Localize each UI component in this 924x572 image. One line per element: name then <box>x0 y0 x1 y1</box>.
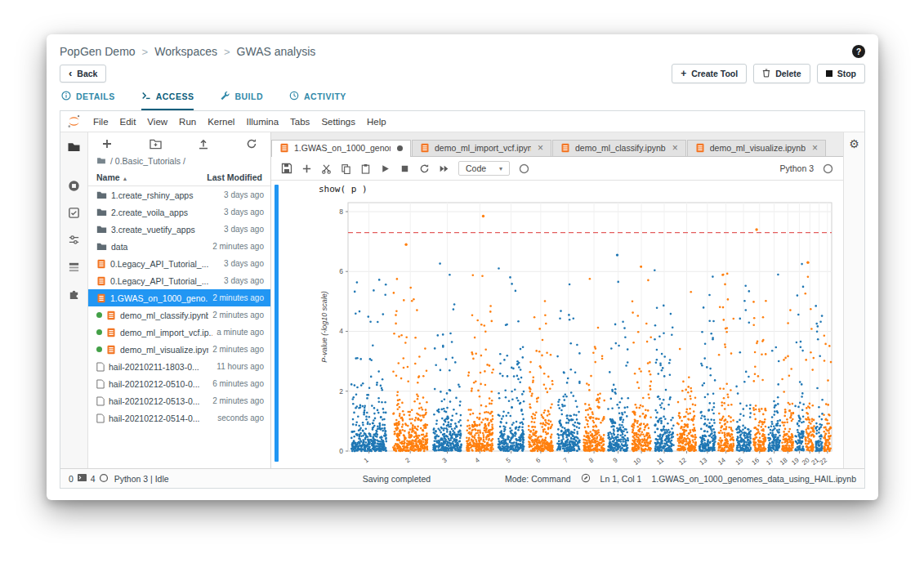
menu-run[interactable]: Run <box>173 114 202 129</box>
delete-button[interactable]: Delete <box>753 64 810 83</box>
file-row[interactable]: hail-20210212-0514-0...seconds ago <box>88 409 270 427</box>
edit-permissions-icon[interactable] <box>581 473 591 485</box>
terminal-status-icon[interactable] <box>77 473 87 484</box>
commands-icon[interactable] <box>67 205 82 220</box>
main-dock-panel: 1.GWAS_on_1000_genomesdemo_ml_import_vcf… <box>271 132 843 468</box>
save-icon[interactable] <box>281 163 292 174</box>
kernel-status-text[interactable]: Python 3 | Idle <box>114 474 169 484</box>
command-mode-indicator[interactable]: Mode: Command <box>505 474 571 484</box>
file-modified: 11 hours ago <box>216 362 264 371</box>
menu-edit[interactable]: Edit <box>114 114 142 129</box>
file-row[interactable]: 0.Legacy_API_Tutorial_...3 days ago <box>88 255 270 272</box>
svg-text:18: 18 <box>779 456 789 467</box>
property-inspector-icon[interactable] <box>67 232 82 247</box>
notebook-icon <box>106 328 116 337</box>
file-browser-icon[interactable] <box>67 140 82 154</box>
kernel-name[interactable]: Python 3 <box>780 163 814 173</box>
interrupt-kernel-icon[interactable] <box>400 163 410 174</box>
close-tab-icon[interactable]: × <box>812 144 818 152</box>
breadcrumb-item-workspaces[interactable]: Workspaces <box>154 45 217 58</box>
cursor-position[interactable]: Ln 1, Col 1 <box>600 474 642 484</box>
name-column-header[interactable]: Name ▲ <box>96 172 127 182</box>
breadcrumb-item-popgen[interactable]: PopGen Demo <box>60 45 136 58</box>
svg-text:19: 19 <box>790 456 801 467</box>
notebook-icon <box>106 311 116 320</box>
file-row[interactable]: demo_ml_import_vcf.ip...a minute ago <box>88 324 270 341</box>
run-all-icon[interactable] <box>439 163 449 174</box>
tab-details[interactable]: DETAILS <box>61 91 115 110</box>
document-tab[interactable]: demo_ml_visualize.ipynb× <box>687 140 826 156</box>
menu-kernel[interactable]: Kernel <box>202 114 240 129</box>
upload-icon[interactable] <box>198 138 209 150</box>
copy-icon[interactable] <box>341 163 351 174</box>
cell-type-dropdown[interactable]: Code ▾ <box>458 161 510 176</box>
file-row[interactable]: 2.create_voila_apps3 days ago <box>88 203 270 221</box>
file-row[interactable]: 1.create_rshiny_apps3 days ago <box>88 186 270 203</box>
paste-icon[interactable] <box>360 163 371 174</box>
document-tab[interactable]: 1.GWAS_on_1000_genomes <box>271 140 411 157</box>
menu-illumina[interactable]: Illumina <box>240 114 284 129</box>
refresh-icon[interactable] <box>246 138 257 150</box>
svg-text:1: 1 <box>363 456 370 464</box>
document-tab[interactable]: demo_ml_classify.ipynb× <box>552 140 686 156</box>
menu-settings[interactable]: Settings <box>315 114 361 129</box>
add-cell-icon[interactable] <box>301 163 312 174</box>
file-row[interactable]: 3.create_vuetify_apps3 days ago <box>88 221 270 238</box>
restart-kernel-icon[interactable] <box>419 163 430 174</box>
file-browser-breadcrumb[interactable]: / 0.Basic_Tutorials / <box>88 154 270 169</box>
close-tab-icon[interactable]: × <box>672 144 678 152</box>
svg-text:2: 2 <box>404 456 411 464</box>
modified-column-header[interactable]: Last Modified <box>207 172 262 182</box>
file-icon <box>96 379 105 389</box>
file-row[interactable]: hail-20210211-1803-0...11 hours ago <box>88 358 270 375</box>
svg-text:P-value (-log10 scale): P-value (-log10 scale) <box>320 291 328 363</box>
svg-text:6: 6 <box>534 456 542 464</box>
file-row[interactable]: demo_ml_classify.ipynb2 minutes ago <box>88 306 270 324</box>
help-icon[interactable]: ? <box>852 45 865 58</box>
running-sessions-icon[interactable] <box>67 178 82 193</box>
notebook-icon <box>560 143 570 153</box>
file-name: hail-20210212-0510-0... <box>109 379 208 389</box>
stop-icon <box>826 70 832 77</box>
create-tool-button[interactable]: + Create Tool <box>672 64 747 83</box>
new-folder-icon[interactable] <box>150 138 162 150</box>
file-row[interactable]: demo_ml_visualize.ipynb2 minutes ago <box>88 341 270 358</box>
folder-icon <box>96 225 107 234</box>
svg-text:6: 6 <box>339 267 343 275</box>
file-row[interactable]: data2 minutes ago <box>88 238 270 255</box>
menu-tabs[interactable]: Tabs <box>284 114 315 129</box>
file-row[interactable]: hail-20210212-0510-0...6 minutes ago <box>88 375 270 392</box>
gear-icon[interactable]: ⚙ <box>849 138 859 150</box>
cut-icon[interactable] <box>321 163 332 174</box>
kernel-sessions-icon[interactable] <box>99 473 109 485</box>
cell-collapser[interactable] <box>275 185 279 462</box>
file-modified: 2 minutes ago <box>212 396 264 405</box>
new-launcher-icon[interactable] <box>101 138 113 150</box>
svg-text:2: 2 <box>339 387 343 395</box>
jupyter-logo <box>67 114 81 128</box>
menu-file[interactable]: File <box>87 114 114 129</box>
svg-text:5: 5 <box>505 456 512 464</box>
document-tab[interactable]: demo_ml_import_vcf.ipynb× <box>412 140 551 156</box>
svg-text:16: 16 <box>750 456 761 467</box>
stop-button[interactable]: Stop <box>817 64 865 83</box>
extensions-icon[interactable] <box>67 286 82 301</box>
plus-icon: + <box>681 68 686 79</box>
svg-text:8: 8 <box>339 208 343 216</box>
open-tabs-icon[interactable] <box>67 259 82 274</box>
tab-build[interactable]: BUILD <box>220 91 263 110</box>
file-row[interactable]: 0.Legacy_API_Tutorial_...3 days ago <box>88 272 270 289</box>
tab-activity[interactable]: ACTIVITY <box>289 91 346 110</box>
menu-view[interactable]: View <box>141 114 173 129</box>
menu-help[interactable]: Help <box>361 114 392 129</box>
file-row[interactable]: 1.GWAS_on_1000_geno...2 minutes ago <box>88 289 270 306</box>
cell-code[interactable]: show( p ) <box>319 184 843 196</box>
status-message: Saving completed <box>363 474 431 484</box>
run-icon[interactable] <box>380 163 391 174</box>
file-row[interactable]: hail-20210212-0513-0...2 minutes ago <box>88 392 270 409</box>
close-tab-icon[interactable]: × <box>538 144 543 152</box>
app-toolbar: ‹ Back + Create Tool Delete Stop <box>47 61 878 85</box>
tab-access[interactable]: ACCESS <box>141 91 194 110</box>
back-button[interactable]: ‹ Back <box>60 65 106 83</box>
kernel-status-icon[interactable] <box>823 163 833 174</box>
